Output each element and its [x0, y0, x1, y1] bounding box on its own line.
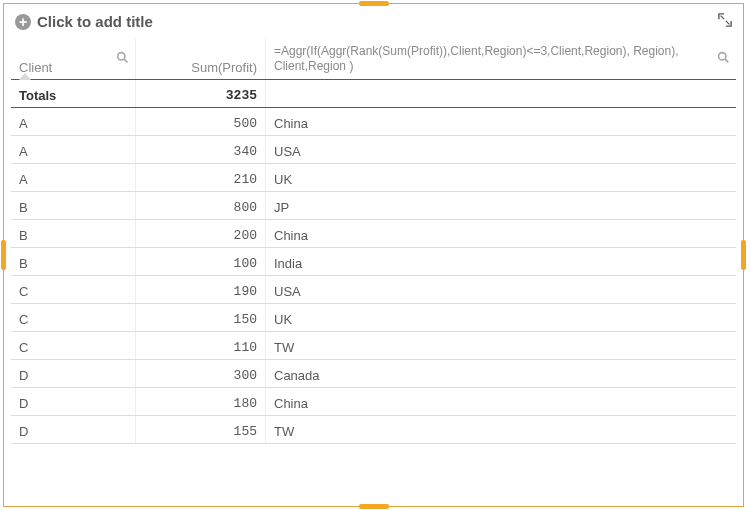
title-row: + Click to add title [11, 11, 736, 38]
cell-profit[interactable]: 800 [136, 192, 266, 219]
table-header-row: Client Sum(Profit) =Aggr(If(Aggr(Rank(Su… [11, 38, 736, 80]
table-row[interactable]: C190USA [11, 276, 736, 304]
cell-region[interactable]: China [266, 388, 736, 415]
cell-region[interactable]: JP [266, 192, 736, 219]
cell-client[interactable]: D [11, 360, 136, 387]
cell-client[interactable]: C [11, 304, 136, 331]
cell-client[interactable]: B [11, 248, 136, 275]
table-row[interactable]: A500China [11, 108, 736, 136]
table-row[interactable]: A340USA [11, 136, 736, 164]
cell-region[interactable]: China [266, 108, 736, 135]
resize-handle-bottom[interactable] [359, 504, 389, 509]
sort-ascending-icon [19, 73, 31, 80]
table-row[interactable]: D300Canada [11, 360, 736, 388]
cell-profit[interactable]: 155 [136, 416, 266, 443]
cell-profit[interactable]: 340 [136, 136, 266, 163]
cell-client[interactable]: A [11, 164, 136, 191]
column-header-profit[interactable]: Sum(Profit) [136, 38, 266, 79]
resize-handle-top[interactable] [359, 1, 389, 6]
table-row[interactable]: C150UK [11, 304, 736, 332]
cell-region[interactable]: TW [266, 332, 736, 359]
table-row[interactable]: D180China [11, 388, 736, 416]
cell-region[interactable]: Canada [266, 360, 736, 387]
cell-profit[interactable]: 190 [136, 276, 266, 303]
table-row[interactable]: B100India [11, 248, 736, 276]
cell-region[interactable]: China [266, 220, 736, 247]
search-icon[interactable] [116, 51, 129, 67]
cell-client[interactable]: B [11, 192, 136, 219]
svg-point-2 [719, 52, 726, 59]
cell-region[interactable]: UK [266, 164, 736, 191]
search-icon[interactable] [717, 51, 730, 67]
column-header-expression[interactable]: =Aggr(If(Aggr(Rank(Sum(Profit)),Client,R… [266, 38, 736, 79]
cell-client[interactable]: D [11, 388, 136, 415]
resize-handle-left[interactable] [1, 240, 6, 270]
cell-profit[interactable]: 500 [136, 108, 266, 135]
cell-region[interactable]: USA [266, 136, 736, 163]
chart-frame[interactable]: + Click to add title Client Sum(Profit) [3, 3, 744, 507]
table-row[interactable]: A210UK [11, 164, 736, 192]
svg-point-0 [118, 52, 125, 59]
table-row[interactable]: B200China [11, 220, 736, 248]
cell-region[interactable]: UK [266, 304, 736, 331]
cell-profit[interactable]: 210 [136, 164, 266, 191]
cell-profit[interactable]: 110 [136, 332, 266, 359]
cell-profit[interactable]: 100 [136, 248, 266, 275]
column-header-expression-label: =Aggr(If(Aggr(Rank(Sum(Profit)),Client,R… [274, 44, 728, 75]
cell-profit[interactable]: 150 [136, 304, 266, 331]
column-header-profit-label: Sum(Profit) [191, 60, 257, 75]
cell-profit[interactable]: 300 [136, 360, 266, 387]
table-row[interactable]: C110TW [11, 332, 736, 360]
totals-label-cell: Totals [11, 80, 136, 107]
totals-row: Totals 3235 [11, 80, 736, 108]
cell-region[interactable]: TW [266, 416, 736, 443]
resize-handle-right[interactable] [741, 240, 746, 270]
cell-client[interactable]: A [11, 108, 136, 135]
totals-profit-cell: 3235 [136, 80, 266, 107]
cell-profit[interactable]: 200 [136, 220, 266, 247]
cell-client[interactable]: C [11, 332, 136, 359]
cell-region[interactable]: India [266, 248, 736, 275]
chart-inner: + Click to add title Client Sum(Profit) [5, 5, 742, 505]
svg-line-1 [124, 59, 127, 62]
svg-line-3 [725, 59, 728, 62]
add-title-icon[interactable]: + [15, 14, 31, 30]
cell-profit[interactable]: 180 [136, 388, 266, 415]
table-row[interactable]: D155TW [11, 416, 736, 444]
fullscreen-icon[interactable] [718, 13, 732, 30]
cell-region[interactable]: USA [266, 276, 736, 303]
table-row[interactable]: B800JP [11, 192, 736, 220]
cell-client[interactable]: D [11, 416, 136, 443]
cell-client[interactable]: A [11, 136, 136, 163]
rows-host: A500ChinaA340USAA210UKB800JPB200ChinaB10… [11, 108, 736, 444]
data-table: Client Sum(Profit) =Aggr(If(Aggr(Rank(Su… [11, 38, 736, 444]
chart-title-placeholder[interactable]: Click to add title [37, 13, 153, 30]
column-header-client[interactable]: Client [11, 38, 136, 79]
cell-client[interactable]: B [11, 220, 136, 247]
totals-expr-cell [266, 80, 736, 107]
cell-client[interactable]: C [11, 276, 136, 303]
